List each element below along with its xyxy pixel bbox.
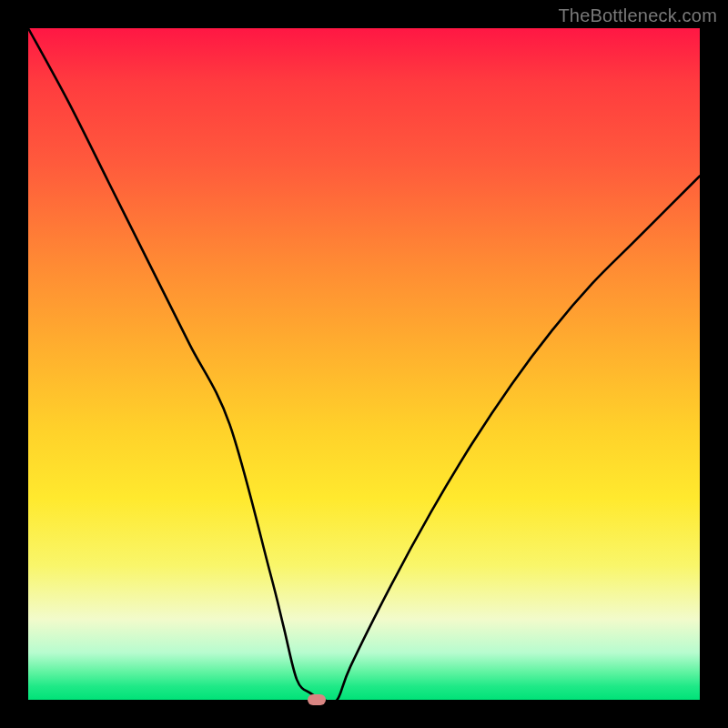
bottleneck-curve — [28, 28, 700, 700]
chart-stage: TheBottleneck.com — [0, 0, 728, 728]
watermark-text: TheBottleneck.com — [558, 5, 717, 26]
plot-area — [28, 28, 700, 700]
optimal-marker — [308, 694, 326, 705]
